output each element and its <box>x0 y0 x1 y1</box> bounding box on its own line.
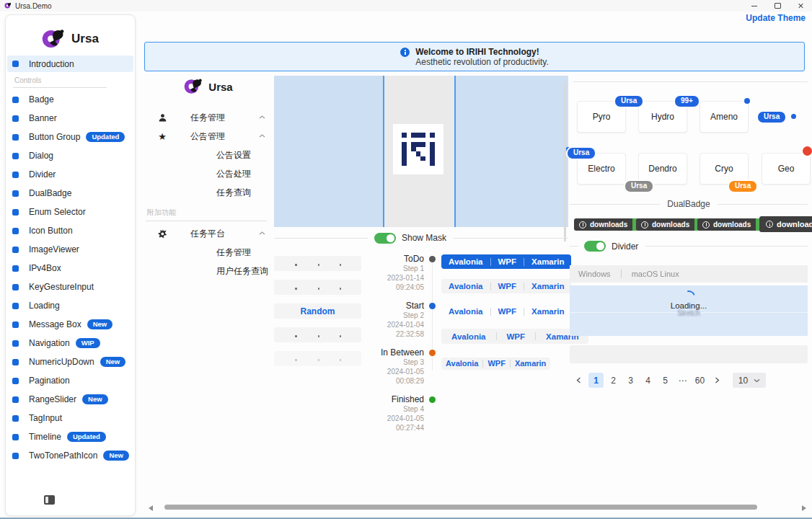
menu-item-announcement-management[interactable]: ★ 公告管理 <box>144 127 273 146</box>
minimize-icon <box>751 6 757 6</box>
sidebar-item-button-group[interactable]: Button GroupUpdated <box>7 128 133 146</box>
close-button[interactable] <box>789 0 812 12</box>
sidebar-item-twotonepathicon[interactable]: TwoTonePathIconNew <box>7 446 133 465</box>
wpf-button[interactable]: WPF <box>491 254 524 269</box>
wpf-button[interactable]: WPF <box>491 279 524 293</box>
sidebar-item-divider[interactable]: Divider <box>7 165 133 184</box>
divider-toggle[interactable] <box>584 241 606 252</box>
dot-badge-red <box>801 145 812 157</box>
sidebar-item-loading[interactable]: Loading <box>7 296 133 315</box>
bullet-icon <box>12 265 19 272</box>
menu-item-task-management-2[interactable]: 任务管理 <box>144 243 273 262</box>
random-button[interactable]: Random <box>274 303 361 319</box>
sidebar-item-numericupdown[interactable]: NumericUpDownNew <box>7 352 133 371</box>
menu-item-user-task-query[interactable]: 用户任务查询 <box>144 262 273 280</box>
viewer-mask-right <box>456 76 568 227</box>
gear-icon <box>157 229 167 239</box>
pagination-page-2[interactable]: 2 <box>606 373 621 388</box>
sidebar-item-ipv4box[interactable]: IPv4Box <box>7 259 133 278</box>
update-theme-button[interactable]: Update Theme <box>746 13 806 23</box>
avalonia-button[interactable]: Avalonia <box>441 358 482 370</box>
horizontal-scrollbar-thumb[interactable] <box>164 505 757 510</box>
info-icon <box>641 221 648 229</box>
vertical-scrollbar-thumb[interactable] <box>564 81 566 241</box>
xamarin-button[interactable]: Xamarin <box>524 254 571 269</box>
pagination-ellipsis[interactable]: ⋯ <box>675 373 690 388</box>
pagination-prev-button[interactable] <box>571 373 586 388</box>
menu-item-task-query[interactable]: 任务查询 <box>144 183 273 202</box>
image-viewer[interactable] <box>274 76 568 227</box>
show-mask-row: Show Mask <box>274 232 568 244</box>
timeline-dot <box>429 350 436 356</box>
wpf-button[interactable]: WPF <box>491 304 524 319</box>
ursa-logo-text: Ursa <box>71 32 99 46</box>
os-macos-linux-label: macOS Linux <box>632 270 679 278</box>
badge-card-ameno: Ameno <box>700 101 749 133</box>
avalonia-button[interactable]: Avalonia <box>441 304 490 319</box>
sidebar-item-message-box[interactable]: Message BoxNew <box>7 315 133 334</box>
avalonia-button[interactable]: Avalonia <box>441 279 490 293</box>
sidebar-item-taginput[interactable]: TagInput <box>7 409 133 427</box>
ursa-badge: Ursa <box>566 146 596 160</box>
sidebar-item-navigation[interactable]: NavigationWIP <box>7 334 133 352</box>
info-icon <box>579 221 586 229</box>
page-size-dropdown[interactable]: 10 <box>733 373 766 388</box>
pagination-page-4[interactable]: 4 <box>640 373 656 388</box>
sidebar-item-icon-button[interactable]: Icon Button <box>7 221 133 240</box>
sidebar-item-imageviewer[interactable]: ImageViewer <box>7 240 133 259</box>
show-mask-toggle[interactable] <box>374 233 396 244</box>
viewer-guide-line[interactable] <box>383 76 384 227</box>
viewer-guide-line[interactable] <box>454 76 456 227</box>
count-badge: 99+ <box>674 94 700 108</box>
sidebar-item-badge[interactable]: Badge <box>7 90 133 109</box>
pagination-page-3[interactable]: 3 <box>623 373 638 388</box>
status-badge: New <box>82 394 108 405</box>
dualbadge-downloads-large: downloads 2.4k <box>759 216 812 232</box>
sidebar-item-pagination[interactable]: Pagination <box>7 371 133 390</box>
wpf-button[interactable]: WPF <box>483 358 509 370</box>
bullet-icon <box>12 153 19 159</box>
sidebar-item-dualbadge[interactable]: DualBadge <box>7 184 133 203</box>
menu-item-announcement-settings[interactable]: 公告设置 <box>144 146 273 164</box>
collapse-sidebar-button[interactable] <box>43 494 56 505</box>
menu-item-task-platform[interactable]: 任务平台 <box>144 224 273 243</box>
bullet-icon <box>12 61 19 67</box>
xamarin-button[interactable]: Xamarin <box>511 358 550 370</box>
scroll-left-icon[interactable] <box>149 505 153 511</box>
xamarin-button[interactable]: Xamarin <box>524 304 571 319</box>
pagination-page-1[interactable]: 1 <box>588 373 604 388</box>
sidebar-item-introduction[interactable]: Introduction <box>7 56 133 72</box>
app-window: { "titlebar": { "title": "Ursa.Demo" }, … <box>0 0 812 519</box>
pagination-page-60[interactable]: 60 <box>692 373 707 388</box>
sidebar-item-keygestureinput[interactable]: KeyGestureInput <box>7 278 133 296</box>
avalonia-button[interactable]: Avalonia <box>441 254 490 269</box>
scroll-right-icon[interactable] <box>802 505 806 511</box>
menu-item-announcement-processing[interactable]: 公告处理 <box>144 164 273 183</box>
close-icon <box>798 3 803 9</box>
maximize-button[interactable] <box>766 0 789 12</box>
avalonia-button[interactable]: Avalonia <box>441 329 496 344</box>
sidebar-item-rangeslider[interactable]: RangeSliderNew <box>7 390 133 409</box>
chevron-up-icon <box>259 115 265 119</box>
bullet-icon <box>12 396 19 403</box>
ursa-badge-gray: Ursa <box>624 179 654 193</box>
badge-card-geo: Geo <box>762 153 811 185</box>
minimize-button[interactable] <box>743 0 766 12</box>
dot-badge-blue <box>744 98 750 104</box>
sidebar-item-banner[interactable]: Banner <box>7 109 133 128</box>
sidebar-item-dialog[interactable]: Dialog <box>7 146 133 165</box>
pagination-page-5[interactable]: 5 <box>658 373 673 388</box>
ipv4-input[interactable] <box>274 256 361 271</box>
welcome-banner: Welcome to IRIHI Technology! Aesthetic r… <box>144 42 805 71</box>
horizontal-scrollbar[interactable] <box>144 503 812 512</box>
pagination-next-button[interactable] <box>710 373 725 388</box>
ipv4-input[interactable] <box>274 327 361 342</box>
sidebar-item-enum-selector[interactable]: Enum Selector <box>7 203 133 221</box>
status-badge: WIP <box>76 338 100 349</box>
xamarin-button[interactable]: Xamarin <box>524 279 571 293</box>
wpf-button[interactable]: WPF <box>497 329 536 344</box>
menu-item-task-management[interactable]: 任务管理 <box>144 108 273 127</box>
sidebar-item-timeline[interactable]: TimelineUpdated <box>7 427 133 446</box>
ipv4-input[interactable] <box>274 280 361 295</box>
chevron-down-icon <box>754 378 760 383</box>
